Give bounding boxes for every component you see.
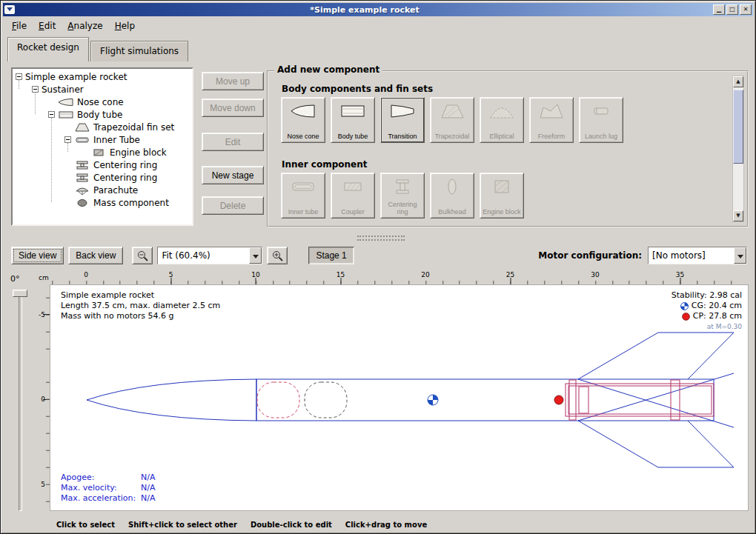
mass-component-outline xyxy=(305,382,347,418)
tree-item-rocket[interactable]: Simple example rocket xyxy=(13,70,192,83)
transition-icon xyxy=(389,101,416,121)
nose-cone-icon xyxy=(290,101,316,121)
tree-item-engine-block[interactable]: Engine block xyxy=(13,146,192,158)
tree-item-parachute[interactable]: Parachute xyxy=(13,184,192,196)
horizontal-ruler: 0 5 10 15 20 25 30 35 xyxy=(50,271,749,284)
tree-item-mass-component[interactable]: Mass component xyxy=(13,196,192,209)
tree-item-body-tube[interactable]: Body tube xyxy=(13,108,192,121)
centering-ring-icon xyxy=(74,173,90,183)
chevron-down-icon[interactable] xyxy=(249,247,262,264)
delete-button[interactable]: Delete xyxy=(202,196,264,215)
menu-analyze[interactable]: Analyze xyxy=(62,18,108,34)
bulkhead-icon xyxy=(439,177,465,196)
collapse-icon[interactable] xyxy=(32,86,39,93)
engine-block-icon xyxy=(90,147,107,158)
centering-ring-icon xyxy=(389,177,416,196)
fin-set-icon xyxy=(74,122,90,133)
add-launch-lug-button[interactable]: Launch lug xyxy=(579,97,623,143)
splitter xyxy=(3,234,753,241)
app-icon[interactable] xyxy=(4,5,15,14)
acceleration-value: N/A xyxy=(141,493,155,504)
add-nose-cone-button[interactable]: Nose cone xyxy=(281,97,325,143)
tree-item-centering-ring-1[interactable]: Centering ring xyxy=(13,158,192,171)
back-view-button[interactable]: Back view xyxy=(68,247,123,264)
inner-component-label: Inner component xyxy=(282,159,367,170)
add-inner-tube-button[interactable]: Inner tube xyxy=(281,173,325,218)
add-elliptical-fin-button[interactable]: Elliptical xyxy=(480,97,524,143)
tree-item-fin-set[interactable]: Trapezoidal fin set xyxy=(13,121,192,133)
tree-item-inner-tube[interactable]: Inner Tube xyxy=(13,133,192,146)
new-stage-button[interactable]: New stage xyxy=(202,166,264,184)
rotation-slider-track[interactable] xyxy=(19,292,22,511)
upper-fin-outline xyxy=(578,333,734,379)
scroll-down-arrow[interactable]: ▼ xyxy=(733,210,743,221)
titlebar: *Simple example rocket ▁ □ ✕ xyxy=(3,3,753,16)
close-button[interactable]: ✕ xyxy=(740,4,752,15)
view-toolbar: Side view Back view Fit (60.4%) Stage 1 … xyxy=(3,241,753,270)
stability-value: Stability: 2.98 cal xyxy=(672,290,742,301)
trapezoidal-fin-icon xyxy=(439,101,465,121)
rocket-info: Simple example rocket Length 37.5 cm, ma… xyxy=(61,290,220,321)
collapse-icon[interactable] xyxy=(16,73,22,80)
zoom-in-button[interactable] xyxy=(267,247,288,264)
motor-configuration-select[interactable]: [No motors] xyxy=(648,247,747,264)
collapse-icon[interactable] xyxy=(64,136,71,143)
mass-component-icon xyxy=(74,198,90,208)
hint-click-select: Click to select xyxy=(56,521,115,529)
menu-file[interactable]: File xyxy=(6,18,33,34)
add-freeform-fin-button[interactable]: Freeform xyxy=(529,97,574,143)
tree-item-centering-ring-2[interactable]: Centering ring xyxy=(13,171,192,184)
motor-configuration-value: [No motors] xyxy=(649,247,734,264)
tree-item-nose-cone[interactable]: Nose cone xyxy=(13,96,192,108)
body-tube-icon xyxy=(339,101,366,121)
velocity-value: N/A xyxy=(141,483,155,493)
rocket-canvas[interactable]: Simple example rocket Length 37.5 cm, ma… xyxy=(50,284,749,511)
stage-1-toggle[interactable]: Stage 1 xyxy=(308,247,354,264)
scrollbar-thumb[interactable] xyxy=(733,90,743,164)
body-tube-icon xyxy=(58,110,74,120)
add-trapezoidal-fin-button[interactable]: Trapezoidal xyxy=(430,97,474,143)
body-component-buttons: Nose cone Body tube Transition Trapezoid… xyxy=(281,97,623,143)
far-fin-projection xyxy=(578,379,734,427)
move-down-button[interactable]: Move down xyxy=(202,99,264,117)
maximize-button[interactable]: □ xyxy=(726,4,738,15)
parachute-icon xyxy=(74,185,90,196)
menu-help[interactable]: Help xyxy=(109,18,141,34)
side-view-button[interactable]: Side view xyxy=(11,247,64,264)
ruler-unit: cm xyxy=(39,274,49,281)
scroll-up-arrow[interactable]: ▲ xyxy=(733,76,743,87)
splitter-grip[interactable] xyxy=(357,236,405,241)
rotation-slider-handle[interactable] xyxy=(13,290,27,297)
add-transition-button[interactable]: Transition xyxy=(380,97,425,143)
add-bulkhead-button[interactable]: Bulkhead xyxy=(430,173,474,218)
motor-configuration-label: Motor configuration: xyxy=(538,250,648,261)
launch-lug-icon xyxy=(588,101,614,121)
inner-component-buttons: Inner tube Coupler Centering ring Bulkhe… xyxy=(281,173,524,218)
add-body-tube-button[interactable]: Body tube xyxy=(331,97,375,143)
add-coupler-button[interactable]: Coupler xyxy=(331,173,375,218)
hint-double-click: Double-click to edit xyxy=(251,521,332,529)
collapse-icon[interactable] xyxy=(48,111,55,118)
tab-rocket-design[interactable]: Rocket design xyxy=(7,37,89,61)
minimize-button[interactable]: ▁ xyxy=(713,4,725,15)
freeform-fin-icon xyxy=(538,101,565,121)
inner-tube-icon xyxy=(74,135,90,145)
component-panel-scrollbar[interactable]: ▲ ▼ xyxy=(732,76,744,222)
chevron-down-icon[interactable] xyxy=(734,247,746,264)
zoom-out-button[interactable] xyxy=(132,247,153,264)
body-components-label: Body components and fin sets xyxy=(282,84,433,94)
menu-edit[interactable]: Edit xyxy=(33,18,62,34)
tree-item-sustainer[interactable]: Sustainer xyxy=(13,83,192,96)
add-new-component-panel: Add new component Body components and fi… xyxy=(267,70,749,227)
zoom-value: Fit (60.4%) xyxy=(158,247,249,264)
edit-button[interactable]: Edit xyxy=(202,133,264,151)
add-centering-ring-button[interactable]: Centering ring xyxy=(380,173,425,218)
zoom-select[interactable]: Fit (60.4%) xyxy=(157,247,262,264)
add-engine-block-button[interactable]: Engine block xyxy=(480,173,524,218)
magnifier-minus-icon xyxy=(137,250,148,261)
menubar: File Edit Analyze Help xyxy=(3,16,753,36)
move-up-button[interactable]: Move up xyxy=(202,72,264,90)
tab-flight-simulations[interactable]: Flight simulations xyxy=(90,41,188,61)
hint-click-drag: Click+drag to move xyxy=(345,521,427,529)
component-tree: Simple example rocket Sustainer Nose con… xyxy=(11,67,193,226)
